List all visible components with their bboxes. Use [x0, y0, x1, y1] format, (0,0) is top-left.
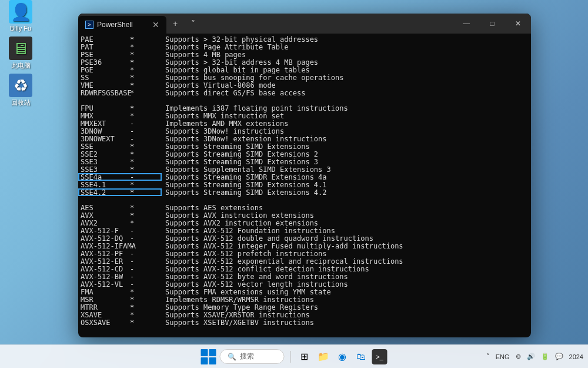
terminal-row: FPU*Implements i387 floating point instr… [81, 105, 531, 112]
search-icon: 🔍 [228, 353, 236, 361]
close-button[interactable]: ✕ [505, 14, 531, 34]
volume-icon[interactable]: 🔊 [527, 353, 535, 360]
terminal-row: VME*Supports Virtual-8086 mode [81, 82, 531, 89]
tab-dropdown-button[interactable]: ˅ [184, 14, 202, 34]
desktop-icon-user[interactable]: 👤 Billy Fu [3, 0, 38, 32]
new-tab-button[interactable]: + [166, 14, 184, 34]
recycle-bin-icon: ♻ [9, 74, 32, 97]
terminal-row: OSXSAVE*Supports XSETBV/XGETBV instructi… [81, 319, 531, 327]
task-view-icon[interactable]: ⊞ [297, 349, 312, 364]
terminal-row: PAE*Supports > 32-bit physical addresses [81, 36, 531, 44]
notifications-icon[interactable]: 💬 [555, 353, 563, 360]
tray-chevron-icon[interactable]: ˄ [486, 353, 490, 360]
terminal-row: MMX*Supports MMX instruction set [81, 112, 531, 120]
taskbar-search[interactable]: 🔍 搜索 [220, 349, 285, 364]
terminal-window: > PowerShell ✕ + ˅ — □ ✕ PAE*Supports > … [78, 14, 531, 337]
taskbar: 🔍 搜索 ⊞ 📁 ◉ 🛍 >_ ˄ ENG ⊚ 🔊 🔋 💬 2024 [0, 344, 588, 368]
tray-language[interactable]: ENG [496, 353, 510, 360]
tab-title: PowerShell [97, 21, 133, 29]
terminal-row: PAT*Supports Page Attribute Table [81, 44, 531, 51]
titlebar-drag-region[interactable] [202, 14, 453, 34]
terminal-row: RDWRFSGSBASE*Supports direct GS/FS base … [81, 89, 531, 97]
tab-powershell[interactable]: > PowerShell ✕ [78, 16, 166, 34]
battery-icon[interactable]: 🔋 [541, 353, 549, 360]
wifi-icon[interactable]: ⊚ [516, 353, 521, 360]
minimize-button[interactable]: — [453, 14, 479, 34]
system-tray: ˄ ENG ⊚ 🔊 🔋 💬 2024 [486, 353, 583, 360]
clock-year[interactable]: 2024 [569, 353, 583, 360]
search-placeholder: 搜索 [240, 352, 254, 362]
terminal-row: SSE4.2*Supports Streaming SIMD Extension… [81, 189, 531, 197]
edge-icon[interactable]: ◉ [335, 349, 350, 364]
desktop-icon-recycle-bin[interactable]: ♻ 回收站 [3, 74, 38, 107]
user-folder-icon: 👤 [9, 0, 32, 24]
this-pc-icon: 🖥 [9, 37, 32, 60]
taskbar-divider [290, 351, 291, 363]
desktop-icon-label: 此电脑 [11, 61, 31, 70]
file-explorer-icon[interactable]: 📁 [316, 349, 331, 364]
desktop-icon-this-pc[interactable]: 🖥 此电脑 [3, 37, 38, 70]
store-icon[interactable]: 🛍 [353, 349, 369, 364]
start-button[interactable] [201, 349, 216, 364]
titlebar[interactable]: > PowerShell ✕ + ˅ — □ ✕ [78, 14, 531, 34]
tab-close-icon[interactable]: ✕ [152, 20, 159, 29]
maximize-button[interactable]: □ [479, 14, 505, 34]
desktop-icon-label: 回收站 [11, 98, 31, 107]
terminal-row: SS*Supports bus snooping for cache opera… [81, 74, 531, 82]
terminal-output[interactable]: PAE*Supports > 32-bit physical addresses… [78, 34, 531, 337]
terminal-taskbar-icon[interactable]: >_ [372, 349, 387, 364]
desktop-icon-label: Billy Fu [10, 25, 31, 32]
terminal-row: MMXEXT-Implements AMD MMX extensions [81, 120, 531, 128]
powershell-icon: > [85, 21, 93, 29]
